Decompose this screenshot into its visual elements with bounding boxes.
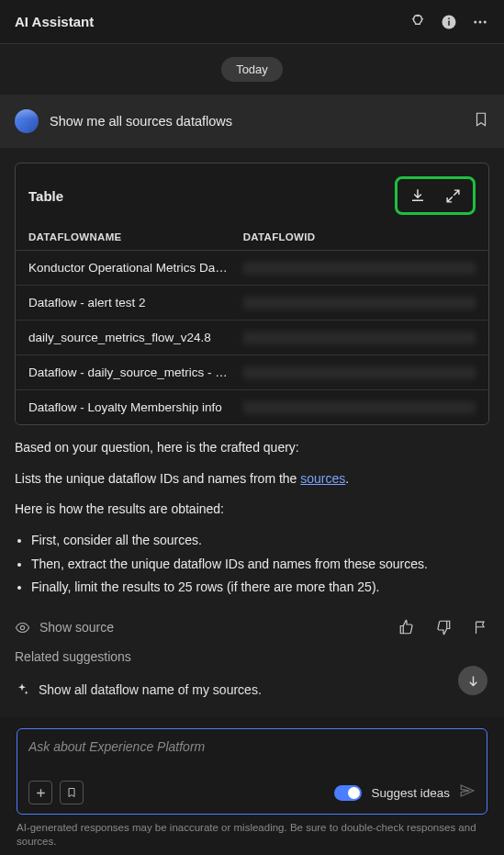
svg-point-6 [20, 625, 24, 629]
show-source-label: Show source [39, 620, 114, 635]
explain-steps: First, consider all the sources. Then, e… [15, 531, 489, 598]
explain-step: Finally, limit the results to 25 rows (i… [31, 578, 489, 598]
related-title: Related suggestions [15, 649, 489, 664]
suggestion-item[interactable]: Show all dataflow name of my sources. [15, 677, 489, 703]
svg-rect-2 [448, 17, 450, 19]
show-source-button[interactable]: Show source [15, 620, 114, 636]
date-pill: Today [221, 57, 283, 82]
scroll-down-button[interactable] [458, 666, 487, 695]
cell-id-redacted [243, 297, 476, 309]
disclaimer-text: AI-generated responses may be inaccurate… [17, 821, 487, 849]
explain-step: Then, extract the unique dataflow IDs an… [31, 555, 489, 575]
explain-how-title: Here is how the results are obtained: [15, 500, 489, 520]
explain-summary: Lists the unique dataflow IDs and names … [15, 469, 489, 489]
user-avatar [15, 109, 39, 133]
table-row[interactable]: Dataflow - daily_source_metrics - … [16, 355, 488, 390]
feedback-buttons [398, 618, 489, 636]
user-message-text: Show me all sources dataflows [50, 114, 462, 129]
info-icon[interactable] [440, 13, 458, 31]
table-row[interactable]: Konductor Operational Metrics Da… [16, 251, 488, 286]
cell-id-redacted [243, 262, 476, 275]
cell-name: Dataflow - daily_source_metrics - … [28, 366, 243, 379]
user-message-row: Show me all sources dataflows [0, 95, 504, 148]
svg-point-5 [484, 20, 487, 23]
more-icon[interactable] [471, 13, 489, 31]
cell-id-redacted [243, 401, 476, 414]
svg-point-3 [474, 20, 476, 23]
table-row[interactable]: Dataflow - Loyalty Membership info [16, 390, 488, 424]
column-dataflowname: DATAFLOWNAME [28, 231, 243, 242]
column-dataflowid: DATAFLOWID [243, 231, 476, 242]
cell-name: Konductor Operational Metrics Da… [28, 261, 243, 275]
download-icon[interactable] [409, 186, 427, 205]
cell-id-redacted [243, 332, 476, 344]
chat-input[interactable] [28, 739, 476, 754]
svg-rect-1 [448, 20, 450, 25]
header-actions [409, 13, 489, 31]
add-button[interactable] [28, 781, 52, 804]
tips-icon[interactable] [409, 13, 427, 31]
eye-icon [15, 620, 30, 636]
explanation-text: Based on your question, here is the craf… [15, 438, 489, 598]
chat-input-container: Suggest ideas [17, 728, 487, 815]
cell-name: Dataflow - alert test 2 [28, 296, 243, 309]
expand-icon[interactable] [443, 186, 462, 205]
table-actions-highlight [395, 176, 476, 215]
thumbs-down-icon[interactable] [434, 618, 453, 636]
svg-point-4 [479, 20, 482, 23]
table-title: Table [28, 188, 63, 204]
suggestion-text: Show all dataflow name of my sources. [39, 682, 262, 697]
related-suggestions: Related suggestions Show all dataflow na… [15, 649, 489, 703]
thumbs-up-icon[interactable] [398, 618, 416, 636]
bookmark-input-button[interactable] [60, 781, 84, 804]
suggest-ideas-label: Suggest ideas [371, 786, 450, 800]
explain-intro: Based on your question, here is the craf… [15, 438, 489, 458]
date-separator: Today [0, 44, 504, 95]
explain-step: First, consider all the sources. [31, 531, 489, 551]
response-actions: Show source [15, 602, 489, 649]
cell-name: Dataflow - Loyalty Membership info [28, 400, 243, 414]
cell-name: daily_source_metrics_flow_v24.8 [28, 331, 243, 344]
sources-link[interactable]: sources [300, 471, 345, 486]
ai-response: Table DATAFLOWNAME DATAFLOWID Konductor … [0, 148, 504, 717]
arrow-down-icon [466, 674, 480, 688]
flag-icon[interactable] [471, 618, 489, 636]
result-table-card: Table DATAFLOWNAME DATAFLOWID Konductor … [15, 163, 489, 425]
bookmark-icon[interactable] [473, 110, 489, 132]
table-row[interactable]: daily_source_metrics_flow_v24.8 [16, 321, 488, 355]
sparkle-icon [15, 682, 29, 697]
app-header: AI Assistant [0, 0, 504, 44]
app-title: AI Assistant [15, 14, 94, 29]
suggest-ideas-toggle[interactable] [334, 785, 362, 801]
send-icon[interactable] [459, 782, 476, 803]
table-columns-header: DATAFLOWNAME DATAFLOWID [16, 224, 488, 251]
cell-id-redacted [243, 366, 476, 379]
table-row[interactable]: Dataflow - alert test 2 [16, 286, 488, 321]
